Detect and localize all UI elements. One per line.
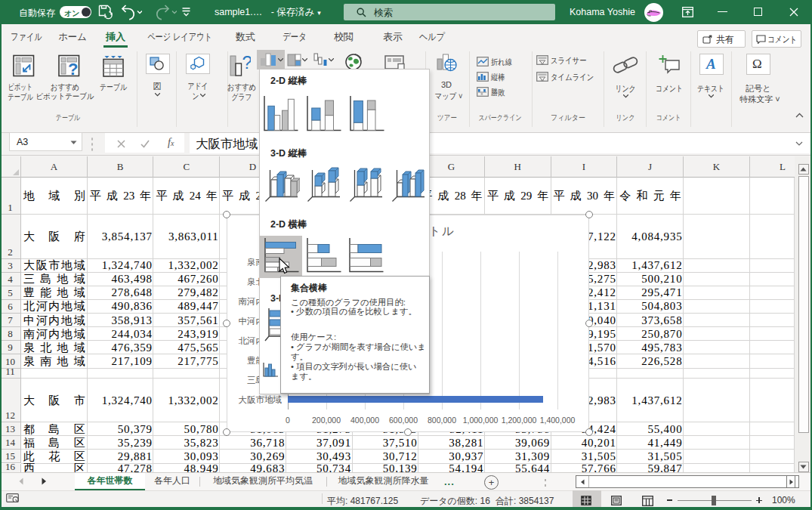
svg-text:?: ?: [242, 55, 252, 73]
svg-text:?: ?: [68, 60, 78, 79]
